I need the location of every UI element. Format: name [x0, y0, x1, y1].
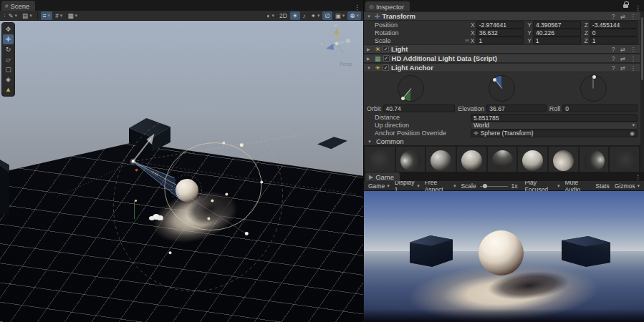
rotate-tool-button[interactable]: ↻ — [3, 44, 14, 54]
display-target-dropdown[interactable]: Game▾ — [367, 182, 391, 190]
preset-button[interactable] — [518, 147, 547, 172]
shading-toggle[interactable]: ≡▾ — [41, 11, 52, 20]
toolbar-grip-icon[interactable]: ⁞⁞ — [2, 12, 5, 19]
elevation-value-field[interactable]: 36.67 — [486, 104, 546, 112]
component-menu-icon[interactable]: ⋮ — [629, 64, 638, 72]
tab-inspector[interactable]: ◎ Inspector — [365, 1, 410, 11]
scale-x-field[interactable]: 1 — [476, 36, 524, 44]
stats-button[interactable]: Stats — [594, 182, 610, 190]
perspective-label[interactable]: Persp — [340, 62, 352, 67]
scale-slider-knob[interactable] — [483, 184, 487, 188]
uniform-scale-link-icon[interactable]: ∞ — [465, 37, 469, 44]
snap-dropdown[interactable]: ▦▾ — [65, 11, 80, 20]
scene-viewport[interactable]: 5.85 ✥ ✛ ↻ ▱ ▢ ◈ ▲ — [0, 21, 363, 322]
inspector-menu-icon[interactable]: ⋮ — [631, 4, 644, 11]
position-x-field[interactable]: -2.974641 — [476, 21, 524, 29]
tab-game[interactable]: ▶ Game — [365, 172, 400, 181]
presets-icon[interactable]: ⇄ — [618, 46, 626, 53]
z-axis-cone[interactable] — [326, 44, 334, 50]
effects-dropdown[interactable]: ✦▾ — [309, 11, 322, 20]
elevation-dial[interactable] — [489, 75, 515, 102]
inspector-scrollbar[interactable] — [640, 11, 644, 172]
orbit-dial[interactable] — [398, 75, 424, 102]
preset-button[interactable] — [488, 147, 517, 172]
light-anchor-header[interactable]: ▼ ☀ ✓ Light Anchor ? ⇄ ⋮ — [364, 63, 640, 72]
scene-cube-center[interactable] — [129, 118, 170, 152]
foldout-open-icon[interactable]: ▼ — [367, 14, 373, 19]
preset-button[interactable] — [610, 147, 639, 172]
preset-button[interactable] — [365, 147, 395, 172]
common-foldout-row[interactable]: ▼ Common — [364, 137, 640, 145]
orbit-knob[interactable] — [401, 97, 405, 100]
component-menu-icon[interactable]: ⋮ — [629, 13, 638, 20]
scene-visibility-dropdown[interactable]: ◐▾ — [264, 11, 277, 20]
scale-y-field[interactable]: 1 — [533, 36, 581, 44]
preset-button[interactable] — [457, 147, 486, 172]
orientation-gizmo[interactable]: y x — [317, 22, 356, 61]
preset-button[interactable] — [426, 147, 456, 172]
hidden-objects-toggle[interactable]: ∅ — [322, 11, 332, 20]
rotation-y-field[interactable]: 40.226 — [533, 29, 581, 36]
axis-ball-back[interactable] — [341, 50, 344, 53]
presets-icon[interactable]: ⇄ — [618, 55, 626, 62]
roll-dial[interactable] — [580, 75, 607, 102]
scene-cube-left-edge[interactable] — [0, 160, 9, 214]
up-direction-dropdown[interactable]: World ▾ — [471, 122, 638, 130]
gizmos-dropdown[interactable]: Gizmos▾ — [613, 182, 641, 190]
transform-component-header[interactable]: ▼ ✛ Transform ? ⇄ ⋮ — [364, 11, 640, 21]
light-enabled-checkbox[interactable]: ✓ — [383, 46, 389, 52]
light-anchor-tool-button[interactable]: ▲ — [3, 84, 14, 94]
draw-mode-dropdown[interactable]: ✎▾ — [6, 11, 19, 20]
presets-icon[interactable]: ⇄ — [618, 13, 626, 20]
game-panel-menu-icon[interactable]: ⋮ — [631, 174, 644, 181]
game-viewport[interactable] — [364, 191, 644, 322]
hd-light-data-header[interactable]: ▶ ▦ ✓ HD Additional Light Data (Script) … — [364, 54, 640, 63]
preset-button[interactable] — [549, 147, 578, 172]
scene-cube-right[interactable] — [317, 136, 347, 177]
tab-scene[interactable]: # Scene — [1, 1, 35, 11]
camera-view-dropdown[interactable]: ▤▾ — [20, 11, 34, 20]
foldout-open-icon[interactable]: ▼ — [367, 66, 373, 70]
foldout-closed-icon[interactable]: ▶ — [367, 47, 373, 52]
foldout-closed-icon[interactable]: ▶ — [367, 56, 373, 61]
rect-tool-button[interactable]: ▢ — [3, 64, 14, 74]
orbit-value-field[interactable]: 40.74 — [383, 104, 456, 112]
presets-icon[interactable]: ⇄ — [618, 64, 626, 72]
help-icon[interactable]: ? — [610, 55, 617, 62]
scale-slider[interactable] — [480, 182, 508, 190]
rotation-z-field[interactable]: 0 — [590, 29, 638, 36]
light-anchor-enabled-checkbox[interactable]: ✓ — [383, 64, 389, 71]
position-z-field[interactable]: -3.455144 — [590, 21, 638, 29]
light-gizmo-icon[interactable] — [153, 214, 160, 220]
move-tool-button[interactable]: ✛ — [3, 34, 14, 44]
lock-icon[interactable] — [623, 4, 628, 8]
distance-field[interactable]: 5.851785 — [471, 114, 638, 122]
scene-sphere[interactable] — [176, 179, 198, 202]
help-icon[interactable]: ? — [610, 46, 617, 53]
scene-lighting-toggle[interactable]: ☀ — [290, 11, 300, 20]
x-axis-ball[interactable] — [346, 39, 350, 43]
hd-data-enabled-checkbox[interactable]: ✓ — [383, 55, 390, 62]
hand-tool-button[interactable]: ✥ — [3, 24, 14, 34]
help-icon[interactable]: ? — [610, 13, 617, 20]
transform-tool-button[interactable]: ◈ — [3, 74, 14, 84]
scale-tool-button[interactable]: ▱ — [3, 54, 14, 64]
y-axis-cone[interactable] — [334, 28, 340, 34]
preset-button[interactable] — [396, 147, 426, 172]
grid-dropdown[interactable]: #▾ — [53, 11, 64, 20]
component-menu-icon[interactable]: ⋮ — [629, 46, 638, 53]
object-picker-icon[interactable]: ◉ — [630, 130, 635, 137]
camera-settings-dropdown[interactable]: ▣▾ — [333, 11, 347, 20]
foldout-open-icon[interactable]: ▼ — [367, 140, 373, 144]
anchor-override-object-field[interactable]: ✛ Sphere (Transform) ◉ — [471, 130, 638, 137]
roll-value-field[interactable]: 0 — [562, 104, 638, 112]
gizmo-target-dropdown[interactable]: ⊕▾ — [347, 11, 361, 20]
preset-button[interactable] — [580, 147, 609, 172]
position-y-field[interactable]: 4.390567 — [533, 21, 581, 29]
rotation-x-field[interactable]: 36.632 — [476, 29, 524, 36]
scrollbar-thumb[interactable] — [641, 17, 643, 80]
light-component-header[interactable]: ▶ ☀ ✓ Light ? ⇄ ⋮ — [364, 44, 640, 54]
2d-toggle[interactable]: 2D — [277, 11, 289, 20]
scale-z-field[interactable]: 1 — [590, 36, 638, 44]
scene-panel-menu-icon[interactable]: ⋮ — [350, 4, 363, 11]
